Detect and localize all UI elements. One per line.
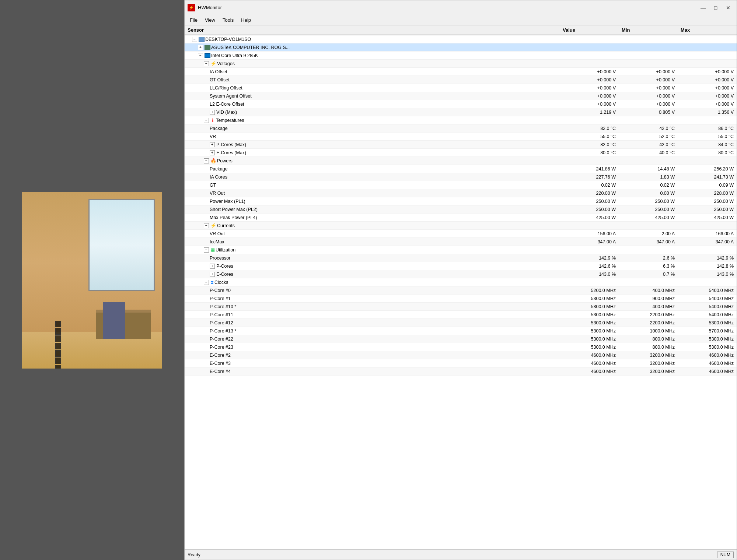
table-row[interactable]: Power Max (PL1) 250.00 W 250.00 W 250.00… [185, 197, 737, 205]
minimize-button[interactable]: — [698, 3, 709, 13]
vr-temp-label: VR [185, 133, 560, 140]
table-row[interactable]: VR 55.0 °C 52.0 °C 55.0 °C [185, 133, 737, 141]
collapse-temp-icon[interactable]: − [204, 118, 209, 123]
ia-offset-label: IA Offset [185, 68, 560, 75]
table-row[interactable]: − ▦ Utilization [185, 246, 737, 254]
table-row[interactable]: P-Core #10 * 5300.0 MHz 400.0 MHz 5400.0… [185, 303, 737, 311]
gt-power-value: 0.02 W [560, 182, 619, 189]
pcore1-clock-label: P-Core #1 [185, 295, 560, 302]
table-row[interactable]: − ⚡ Voltages [185, 60, 737, 68]
pl4-power-max: 425.00 W [678, 214, 737, 221]
collapse-power-icon[interactable]: − [204, 158, 209, 163]
table-row[interactable]: + E-Cores 143.0 % 0.7 % 143.0 % [185, 270, 737, 278]
table-row[interactable]: P-Core #11 5300.0 MHz 2200.0 MHz 5400.0 … [185, 311, 737, 319]
powers-category[interactable]: − 🔥 Powers [185, 157, 560, 164]
pcores-temp-label[interactable]: + P-Cores (Max) [185, 141, 560, 148]
table-row[interactable]: E-Core #2 4600.0 MHz 3200.0 MHz 4600.0 M… [185, 351, 737, 359]
table-row[interactable]: E-Core #3 4600.0 MHz 3200.0 MHz 4600.0 M… [185, 359, 737, 367]
powers-label: Powers [217, 158, 233, 163]
expand-vid-icon[interactable]: + [210, 110, 215, 115]
table-row[interactable]: − 🌡 Temperatures [185, 116, 737, 124]
table-row[interactable]: Package 82.0 °C 42.0 °C 86.0 °C [185, 124, 737, 133]
menu-help[interactable]: Help [237, 17, 255, 24]
clocks-category[interactable]: − ⧗ Clocks [185, 279, 560, 286]
currents-label: Currents [217, 223, 235, 228]
table-row[interactable]: Short Power Max (PL2) 250.00 W 250.00 W … [185, 205, 737, 214]
pcores-temp-max: 84.0 °C [678, 141, 737, 148]
processor-util-value: 142.9 % [560, 255, 619, 261]
computer-node[interactable]: − DESKTOP-VO1M1SO [185, 36, 560, 43]
table-row[interactable]: − ⧗ Clocks [185, 278, 737, 286]
table-row[interactable]: E-Core #4 4600.0 MHz 3200.0 MHz 4600.0 M… [185, 367, 737, 376]
collapse-clock-icon[interactable]: − [204, 280, 209, 285]
llcring-offset-min: +0.000 V [619, 85, 678, 91]
expand-ecores-temp-icon[interactable]: + [210, 150, 215, 155]
table-row[interactable]: GT Offset +0.000 V +0.000 V +0.000 V [185, 76, 737, 84]
table-row[interactable]: + P-Cores (Max) 82.0 °C 42.0 °C 84.0 °C [185, 141, 737, 149]
close-button[interactable]: ✕ [723, 3, 734, 13]
header-sensor[interactable]: Sensor [185, 27, 560, 34]
table-row[interactable]: P-Core #23 5300.0 MHz 800.0 MHz 5300.0 M… [185, 343, 737, 351]
table-row[interactable]: P-Core #22 5300.0 MHz 800.0 MHz 5300.0 M… [185, 335, 737, 343]
currents-category[interactable]: − ⚡ Currents [185, 222, 560, 229]
table-row[interactable]: − ⚡ Currents [185, 222, 737, 230]
menu-view[interactable]: View [201, 17, 219, 24]
menu-file[interactable]: File [186, 17, 201, 24]
table-row[interactable]: L2 E-Core Offset +0.000 V +0.000 V +0.00… [185, 100, 737, 108]
util-icon: ▦ [210, 247, 215, 253]
table-row[interactable]: System Agent Offset +0.000 V +0.000 V +0… [185, 92, 737, 100]
table-row[interactable]: IA Offset +0.000 V +0.000 V +0.000 V [185, 68, 737, 76]
table-row[interactable]: IA Cores 227.76 W 1.83 W 241.73 W [185, 173, 737, 181]
maximize-button[interactable]: □ [710, 3, 721, 13]
header-min[interactable]: Min [619, 27, 678, 34]
expand-pcores-util-icon[interactable]: + [210, 264, 215, 269]
table-row[interactable]: Max Peak Power (PL4) 425.00 W 425.00 W 4… [185, 214, 737, 222]
table-row[interactable]: + E-Cores (Max) 80.0 °C 40.0 °C 80.0 °C [185, 149, 737, 157]
collapse-cpu-icon[interactable]: − [198, 53, 203, 58]
collapse-curr-icon[interactable]: − [204, 223, 209, 228]
table-row[interactable]: GT 0.02 W 0.02 W 0.09 W [185, 181, 737, 189]
table-row[interactable]: − DESKTOP-VO1M1SO [185, 35, 737, 43]
expand-pcores-temp-icon[interactable]: + [210, 142, 215, 147]
table-row[interactable]: − Intel Core Ultra 9 285K [185, 52, 737, 60]
status-bar: Ready NUM [185, 549, 737, 560]
header-value[interactable]: Value [560, 27, 619, 34]
pcores-util-max: 142.8 % [678, 263, 737, 270]
pcores-util-label[interactable]: + P-Cores [185, 263, 560, 270]
menu-tools[interactable]: Tools [219, 17, 237, 24]
table-row[interactable]: + VID (Max) 1.219 V 0.805 V 1.356 V [185, 108, 737, 116]
utilization-category[interactable]: − ▦ Utilization [185, 246, 560, 253]
voltages-category[interactable]: − ⚡ Voltages [185, 60, 560, 67]
table-row[interactable]: P-Core #0 5200.0 MHz 400.0 MHz 5400.0 MH… [185, 286, 737, 295]
table-row[interactable]: + ASUSTeK COMPUTER INC. ROG S... [185, 43, 737, 52]
ecore4-clock-min: 3200.0 MHz [619, 368, 678, 375]
cpu-node[interactable]: − Intel Core Ultra 9 285K [185, 52, 560, 59]
table-row[interactable]: Package 241.86 W 14.48 W 256.20 W [185, 165, 737, 173]
table-row[interactable]: IccMax 347.00 A 347.00 A 347.00 A [185, 238, 737, 246]
ecores-util-label[interactable]: + E-Cores [185, 271, 560, 278]
pcore13-clock-max: 5700.0 MHz [678, 328, 737, 334]
collapse-icon[interactable]: − [192, 37, 197, 42]
table-row[interactable]: P-Core #12 5300.0 MHz 2200.0 MHz 5300.0 … [185, 319, 737, 327]
window-controls: — □ ✕ [698, 3, 734, 13]
table-row[interactable]: P-Core #1 5300.0 MHz 900.0 MHz 5400.0 MH… [185, 295, 737, 303]
app-icon: ⚡ [188, 4, 195, 11]
ecore2-clock-max: 4600.0 MHz [678, 352, 737, 359]
table-row[interactable]: Processor 142.9 % 2.6 % 142.9 % [185, 254, 737, 262]
motherboard-node[interactable]: + ASUSTeK COMPUTER INC. ROG S... [185, 44, 560, 51]
table-row[interactable]: LLC/Ring Offset +0.000 V +0.000 V +0.000… [185, 84, 737, 92]
collapse-volt-icon[interactable]: − [204, 61, 209, 66]
temperatures-category[interactable]: − 🌡 Temperatures [185, 117, 560, 124]
table-row[interactable]: VR Out 156.00 A 2.00 A 166.00 A [185, 230, 737, 238]
ecores-temp-label[interactable]: + E-Cores (Max) [185, 149, 560, 156]
content-area[interactable]: − DESKTOP-VO1M1SO + ASUSTeK COMPUTER INC… [185, 35, 737, 549]
expand-ecores-util-icon[interactable]: + [210, 272, 215, 277]
iccmax-curr-value: 347.00 A [560, 239, 619, 245]
table-row[interactable]: − 🔥 Powers [185, 157, 737, 165]
table-row[interactable]: VR Out 220.00 W 0.00 W 228.00 W [185, 189, 737, 197]
header-max[interactable]: Max [678, 27, 737, 34]
collapse-util-icon[interactable]: − [204, 247, 209, 253]
expand-mb-icon[interactable]: + [198, 45, 203, 50]
table-row[interactable]: + P-Cores 142.6 % 6.3 % 142.8 % [185, 262, 737, 270]
table-row[interactable]: P-Core #13 * 5300.0 MHz 1000.0 MHz 5700.… [185, 327, 737, 335]
